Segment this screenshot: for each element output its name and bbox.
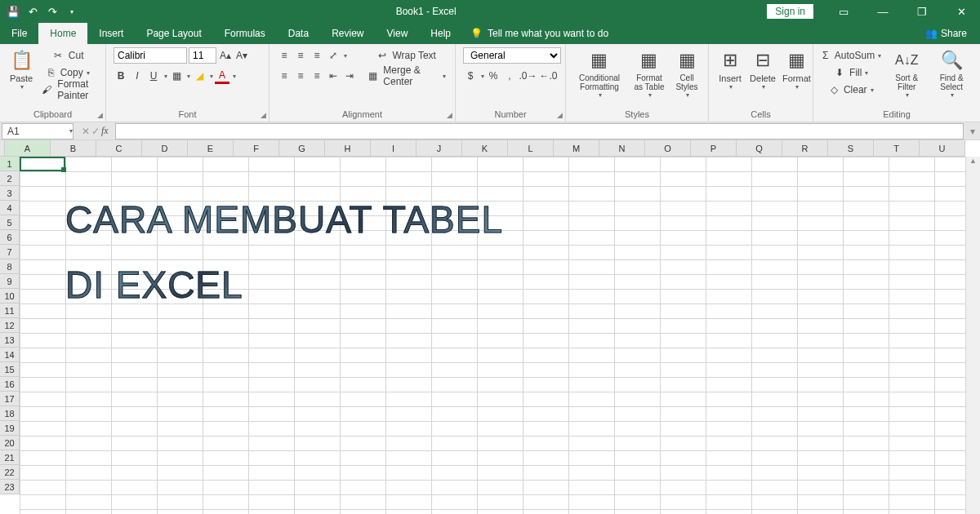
column-header-P[interactable]: P — [691, 140, 737, 157]
active-cell[interactable] — [20, 157, 65, 171]
cell-styles-button[interactable]: ▦Cell Styles▾ — [670, 46, 703, 100]
orientation-icon[interactable]: ⤢ — [326, 47, 341, 64]
maximize-icon[interactable]: ❐ — [903, 0, 941, 23]
column-header-N[interactable]: N — [599, 140, 645, 157]
wordart-line1[interactable]: CARA MEMBUAT TABEL — [65, 197, 503, 241]
percent-icon[interactable]: % — [486, 68, 501, 84]
row-header-11[interactable]: 11 — [0, 304, 20, 318]
fill-color-icon[interactable]: ◢ — [192, 68, 207, 84]
row-header-4[interactable]: 4 — [0, 201, 20, 215]
cells-area[interactable]: CARA MEMBUAT TABEL DI EXCEL — [20, 157, 965, 514]
share-button[interactable]: 👥 Share — [912, 28, 980, 39]
save-icon[interactable]: 💾 — [7, 5, 20, 18]
cut-button[interactable]: ✂ Cut — [40, 47, 98, 64]
column-header-T[interactable]: T — [874, 140, 920, 157]
format-cells-button[interactable]: ▦Format▾ — [779, 46, 814, 92]
row-header-3[interactable]: 3 — [0, 186, 20, 201]
increase-font-icon[interactable]: A▴ — [218, 47, 233, 64]
row-header-22[interactable]: 22 — [0, 465, 20, 480]
worksheet-grid[interactable]: ABCDEFGHIJKLMNOPQRSTU 123456789101112131… — [0, 140, 980, 514]
row-header-8[interactable]: 8 — [0, 259, 20, 274]
align-left-icon[interactable]: ≡ — [277, 68, 292, 84]
column-header-F[interactable]: F — [234, 140, 279, 157]
row-headers[interactable]: 1234567891011121314151617181920212223 — [0, 157, 20, 494]
expand-formula-icon[interactable]: ▾ — [965, 126, 980, 137]
column-header-Q[interactable]: Q — [737, 140, 782, 157]
column-header-C[interactable]: C — [96, 140, 142, 157]
merge-center-button[interactable]: ▦ Merge & Center▾ — [367, 68, 448, 84]
tab-file[interactable]: File — [0, 23, 38, 44]
tab-home[interactable]: Home — [38, 23, 87, 44]
column-header-I[interactable]: I — [371, 140, 416, 157]
clipboard-launcher-icon[interactable]: ◢ — [97, 111, 103, 119]
decrease-font-icon[interactable]: A▾ — [234, 47, 249, 64]
column-header-E[interactable]: E — [188, 140, 234, 157]
row-header-14[interactable]: 14 — [0, 348, 20, 362]
column-header-S[interactable]: S — [828, 140, 874, 157]
font-size-input[interactable] — [189, 47, 216, 64]
row-header-7[interactable]: 7 — [0, 245, 20, 259]
column-header-M[interactable]: M — [554, 140, 599, 157]
format-as-table-button[interactable]: ▦Format as Table▾ — [628, 46, 670, 100]
row-header-16[interactable]: 16 — [0, 377, 20, 392]
enter-formula-icon[interactable]: ✓ — [91, 126, 100, 137]
row-header-19[interactable]: 19 — [0, 421, 20, 436]
accounting-icon[interactable]: $ — [463, 68, 478, 84]
align-right-icon[interactable]: ≡ — [310, 68, 324, 84]
sort-filter-button[interactable]: A↓ZSort & Filter▾ — [885, 46, 928, 100]
row-header-6[interactable]: 6 — [0, 230, 20, 245]
font-color-icon[interactable]: A — [215, 68, 229, 84]
name-box[interactable]: A1▾ — [2, 123, 74, 140]
vertical-scrollbar[interactable]: ▲ — [965, 157, 980, 514]
comma-icon[interactable]: , — [502, 68, 517, 84]
increase-decimal-icon[interactable]: .0→ — [519, 68, 537, 84]
increase-indent-icon[interactable]: ⇥ — [342, 68, 357, 84]
row-header-2[interactable]: 2 — [0, 171, 20, 186]
undo-icon[interactable]: ↶ — [26, 5, 39, 18]
column-header-R[interactable]: R — [782, 140, 828, 157]
borders-icon[interactable]: ▦ — [169, 68, 184, 84]
tab-view[interactable]: View — [376, 23, 420, 44]
column-header-K[interactable]: K — [462, 140, 508, 157]
column-header-D[interactable]: D — [142, 140, 188, 157]
align-center-icon[interactable]: ≡ — [293, 68, 308, 84]
find-select-button[interactable]: 🔍Find & Select▾ — [928, 46, 975, 100]
fill-button[interactable]: ⬇ Fill▾ — [821, 64, 883, 81]
column-header-B[interactable]: B — [51, 140, 96, 157]
format-painter-button[interactable]: 🖌 Format Painter — [40, 82, 98, 98]
row-header-17[interactable]: 17 — [0, 392, 20, 406]
redo-icon[interactable]: ↷ — [46, 5, 59, 18]
row-header-20[interactable]: 20 — [0, 436, 20, 450]
row-header-1[interactable]: 1 — [0, 157, 20, 171]
close-icon[interactable]: ✕ — [942, 0, 980, 23]
tab-review[interactable]: Review — [320, 23, 375, 44]
font-name-input[interactable] — [114, 47, 187, 64]
column-headers[interactable]: ABCDEFGHIJKLMNOPQRSTU — [5, 140, 965, 157]
decrease-indent-icon[interactable]: ⇤ — [326, 68, 341, 84]
row-header-5[interactable]: 5 — [0, 215, 20, 230]
align-bottom-icon[interactable]: ≡ — [310, 47, 324, 64]
fx-icon[interactable]: fx — [101, 125, 109, 137]
wrap-text-button[interactable]: ↩ Wrap Text — [367, 47, 448, 64]
minimize-icon[interactable]: — — [864, 0, 902, 23]
underline-button[interactable]: U — [146, 68, 161, 84]
tell-me-search[interactable]: 💡 Tell me what you want to do — [462, 28, 617, 39]
align-middle-icon[interactable]: ≡ — [293, 47, 308, 64]
italic-button[interactable]: I — [130, 68, 145, 84]
autosum-button[interactable]: Σ AutoSum▾ — [821, 47, 883, 64]
alignment-launcher-icon[interactable]: ◢ — [447, 111, 452, 119]
column-header-U[interactable]: U — [920, 140, 965, 157]
wordart-line2[interactable]: DI EXCEL — [65, 263, 243, 307]
tab-formulas[interactable]: Formulas — [213, 23, 277, 44]
insert-cells-button[interactable]: ⊞Insert▾ — [714, 46, 746, 92]
row-header-9[interactable]: 9 — [0, 274, 20, 289]
row-header-18[interactable]: 18 — [0, 406, 20, 421]
row-header-13[interactable]: 13 — [0, 333, 20, 348]
bold-button[interactable]: B — [114, 68, 128, 84]
tab-help[interactable]: Help — [419, 23, 462, 44]
column-header-J[interactable]: J — [416, 140, 462, 157]
row-header-12[interactable]: 12 — [0, 318, 20, 333]
number-launcher-icon[interactable]: ◢ — [557, 111, 563, 119]
column-header-G[interactable]: G — [279, 140, 325, 157]
font-launcher-icon[interactable]: ◢ — [261, 111, 266, 119]
